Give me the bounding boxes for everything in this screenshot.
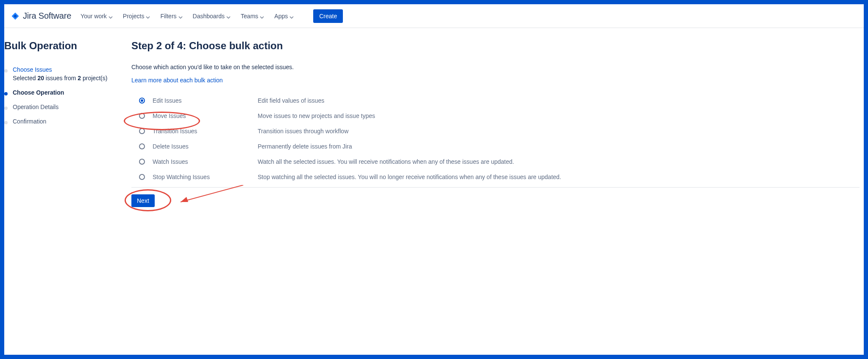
product-name: Jira Software [23,11,71,21]
radio-transition-issues[interactable] [139,128,145,134]
radio-stop-watching-issues[interactable] [139,174,145,180]
main-panel: Step 2 of 4: Choose bulk action Choose w… [126,28,864,355]
chevron-down-icon [289,14,294,18]
svg-line-2 [181,185,243,202]
action-row-move[interactable]: Move Issues Move issues to new projects … [131,108,860,123]
annotation-arrow-icon [175,185,248,209]
step-choose-operation-label: Choose Operation [13,89,64,96]
wizard-steps: Choose Issues Selected 20 issues from 2 … [4,66,119,125]
learn-more-link[interactable]: Learn more about each bulk action [131,77,223,84]
nav-dashboards-label: Dashboards [193,13,225,20]
action-label-delete: Delete Issues [148,143,258,150]
nav-projects-label: Projects [123,13,145,20]
step-sub-project-count: 2 [78,75,81,81]
step-dot-icon [4,92,8,95]
nav-items: Your work Projects Filters Dashboards [81,9,343,23]
action-desc-delete: Permanently delete issues from Jira [258,143,860,150]
next-button[interactable]: Next [131,194,155,207]
action-row-delete[interactable]: Delete Issues Permanently delete issues … [131,139,860,154]
chevron-down-icon [260,14,264,18]
action-desc-move: Move issues to new projects and issue ty… [258,112,860,119]
action-label-transition: Transition Issues [148,128,258,135]
action-desc-edit: Edit field values of issues [258,97,860,104]
action-desc-stop: Stop watching all the selected issues. Y… [258,174,860,180]
nav-dashboards[interactable]: Dashboards [193,13,231,20]
action-row-edit[interactable]: Edit Issues Edit field values of issues [131,93,860,108]
app-frame: Jira Software Your work Projects Filters [4,4,864,355]
create-button[interactable]: Create [313,9,343,23]
intro-text: Choose which action you'd like to take o… [131,64,860,70]
jira-logo-icon [10,11,20,21]
chevron-down-icon [226,14,231,18]
step-operation-details-label: Operation Details [13,104,58,110]
step-operation-details: Operation Details [4,104,119,110]
step-choose-issues-link[interactable]: Choose Issues [13,66,107,73]
nav-your-work[interactable]: Your work [81,13,113,20]
step-sub-count: 20 [37,75,44,81]
step-confirmation: Confirmation [4,118,119,125]
nav-teams-label: Teams [241,13,258,20]
radio-move-issues[interactable] [139,113,145,119]
top-nav: Jira Software Your work Projects Filters [4,4,864,28]
step-choose-issues: Choose Issues Selected 20 issues from 2 … [4,66,119,81]
chevron-down-icon [146,14,150,18]
chevron-down-icon [108,14,113,18]
radio-edit-issues[interactable] [139,98,145,104]
footer: Next [131,187,860,215]
step-dot-icon [4,107,8,110]
action-row-watch[interactable]: Watch Issues Watch all the selected issu… [131,154,860,169]
nav-projects[interactable]: Projects [123,13,150,20]
nav-apps[interactable]: Apps [274,13,294,20]
action-label-move: Move Issues [148,112,258,119]
chevron-down-icon [178,14,183,18]
step-confirmation-label: Confirmation [13,118,46,125]
radio-delete-issues[interactable] [139,143,145,149]
step-choose-issues-sub: Selected 20 issues from 2 project(s) [13,75,107,81]
page-title: Step 2 of 4: Choose bulk action [131,40,860,52]
bulk-action-list: Edit Issues Edit field values of issues … [131,93,860,185]
svg-marker-3 [181,197,188,202]
step-choose-operation: Choose Operation [4,89,119,96]
action-desc-watch: Watch all the selected issues. You will … [258,158,860,165]
nav-filters-label: Filters [160,13,176,20]
action-label-stop: Stop Watching Issues [148,174,258,180]
nav-your-work-label: Your work [81,13,107,20]
step-sub-suffix: project(s) [81,75,107,81]
action-label-watch: Watch Issues [148,158,258,165]
radio-watch-issues[interactable] [139,159,145,165]
action-label-edit: Edit Issues [148,97,258,104]
step-dot-icon [4,121,8,124]
nav-filters[interactable]: Filters [160,13,182,20]
action-desc-transition: Transition issues through workflow [258,128,860,135]
sidebar-title: Bulk Operation [4,40,119,52]
action-row-transition[interactable]: Transition Issues Transition issues thro… [131,123,860,139]
action-row-stop-watching[interactable]: Stop Watching Issues Stop watching all t… [131,169,860,185]
nav-teams[interactable]: Teams [241,13,264,20]
content: Bulk Operation Choose Issues Selected 20… [4,28,864,355]
sidebar: Bulk Operation Choose Issues Selected 20… [4,28,126,355]
step-sub-mid: issues from [44,75,78,81]
nav-apps-label: Apps [274,13,288,20]
step-sub-prefix: Selected [13,75,37,81]
step-dot-icon [4,69,8,73]
product-logo-wrap[interactable]: Jira Software [10,11,71,21]
